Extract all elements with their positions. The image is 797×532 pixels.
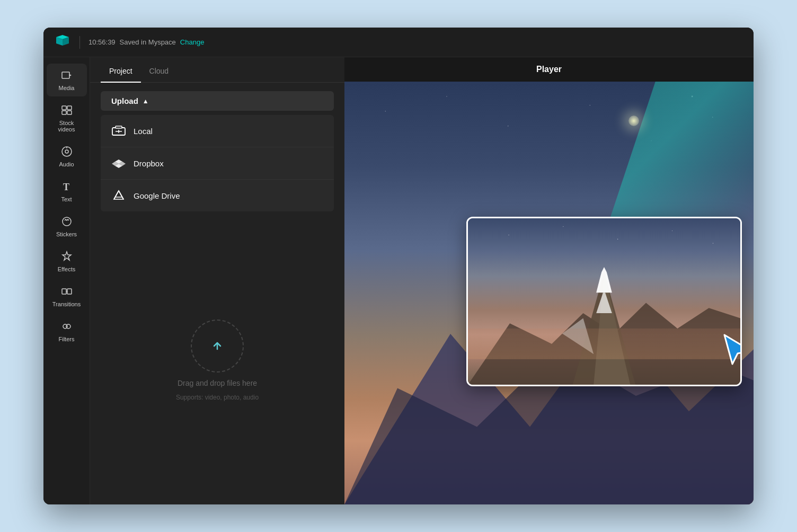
sidebar-item-effects[interactable]: Effects (47, 245, 87, 278)
sidebar-item-audio[interactable]: Audio (47, 140, 87, 173)
filters-icon (60, 320, 73, 333)
svg-rect-11 (62, 289, 66, 294)
sidebar-item-text[interactable]: T Text (47, 175, 87, 208)
upload-arrow-icon (205, 333, 230, 359)
drop-zone: Drag and drop files here Supports: video… (90, 216, 344, 504)
tab-project[interactable]: Project (101, 60, 141, 83)
upload-menu-local-label: Local (134, 127, 153, 136)
floating-image-content (468, 218, 740, 385)
upload-menu-item-dropbox[interactable]: Dropbox (101, 147, 334, 180)
stickers-icon (60, 215, 73, 228)
sidebar-item-filters[interactable]: Filters (47, 315, 87, 348)
upload-menu-gdrive-label: Google Drive (134, 191, 180, 200)
tab-cloud[interactable]: Cloud (141, 60, 178, 83)
sidebar-item-stock-videos[interactable]: Stock videos (47, 99, 87, 138)
effects-icon (60, 250, 73, 263)
panel-tabs: Project Cloud (90, 57, 344, 83)
svg-rect-2 (62, 106, 66, 110)
local-icon (111, 123, 126, 138)
text-icon: T (60, 180, 73, 193)
drop-zone-subtext: Supports: video, photo, audio (176, 394, 259, 401)
stock-videos-icon (60, 104, 73, 117)
cursor-arrow (719, 330, 742, 369)
app-window: 10:56:39 Saved in Myspace Change Media (43, 28, 754, 504)
sidebar-item-media[interactable]: Media (47, 64, 87, 96)
sidebar-item-stock-label: Stock videos (51, 120, 83, 132)
upload-menu-dropbox-label: Dropbox (134, 159, 164, 168)
topbar-divider (79, 36, 80, 49)
moon (628, 116, 639, 126)
player-area: Player (344, 57, 754, 504)
sidebar-item-text-label: Text (61, 196, 72, 202)
sidebar-item-effects-label: Effects (58, 266, 75, 272)
svg-rect-35 (468, 329, 740, 359)
svg-line-25 (119, 191, 123, 199)
svg-rect-3 (67, 106, 72, 110)
svg-marker-32 (596, 267, 612, 292)
upload-chevron-icon: ▲ (143, 97, 149, 105)
matterhorn-svg (468, 252, 740, 385)
svg-point-7 (65, 150, 68, 153)
upload-button-label: Upload (111, 96, 138, 105)
svg-text:T: T (63, 182, 69, 192)
drop-zone-text: Drag and drop files here (178, 379, 257, 387)
svg-marker-36 (724, 335, 742, 364)
audio-icon (60, 145, 73, 158)
svg-marker-23 (114, 191, 123, 199)
topbar-saved-text: Saved in Myspace (120, 38, 176, 46)
upload-menu-item-local[interactable]: Local (101, 115, 334, 147)
sidebar-item-audio-label: Audio (59, 161, 74, 167)
upload-menu: Local Dropbox (101, 115, 334, 211)
media-panel: Project Cloud Upload ▲ (90, 57, 344, 504)
sidebar-item-media-label: Media (59, 85, 75, 91)
sidebar: Media Stock videos (43, 57, 90, 504)
media-icon (60, 69, 73, 82)
sidebar-item-transitions-label: Transitions (52, 301, 81, 307)
topbar-change-link[interactable]: Change (180, 38, 205, 46)
svg-rect-5 (67, 111, 72, 114)
sidebar-item-stickers-label: Stickers (56, 231, 77, 237)
drop-circle (191, 320, 244, 373)
sidebar-item-stickers[interactable]: Stickers (47, 210, 87, 243)
google-drive-icon (111, 188, 126, 203)
svg-marker-1 (69, 74, 72, 76)
svg-point-10 (63, 217, 71, 226)
upload-button[interactable]: Upload ▲ (101, 91, 334, 111)
player-title: Player (344, 57, 754, 82)
topbar: 10:56:39 Saved in Myspace Change (43, 28, 754, 57)
main-content: Media Stock videos (43, 57, 754, 504)
svg-rect-12 (67, 289, 72, 294)
transitions-icon (60, 285, 73, 298)
topbar-status: 10:56:39 Saved in Myspace Change (88, 38, 204, 46)
svg-rect-4 (62, 111, 66, 114)
svg-line-24 (114, 191, 119, 199)
sidebar-item-filters-label: Filters (59, 336, 75, 342)
sidebar-item-transitions[interactable]: Transitions (47, 280, 87, 313)
topbar-time: 10:56:39 (88, 38, 116, 46)
upload-menu-item-google-drive[interactable]: Google Drive (101, 180, 334, 211)
svg-rect-0 (62, 72, 69, 78)
dropbox-icon (111, 156, 126, 171)
svg-rect-17 (116, 126, 122, 128)
svg-point-15 (66, 324, 70, 329)
player-content (344, 82, 754, 504)
app-logo[interactable] (54, 33, 71, 52)
floating-image (466, 217, 742, 386)
